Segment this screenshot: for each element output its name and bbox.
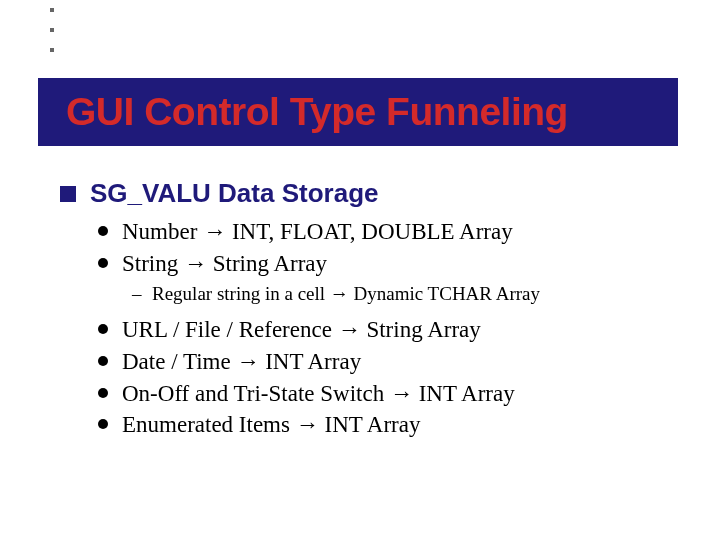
bullet-item: Enumerated Items → INT Array [60,410,680,440]
bullet-item: Date / Time → INT Array [60,347,680,377]
bullet-right: INT Array [265,349,361,374]
slide-title: GUI Control Type Funneling [66,90,568,134]
bullet-left: Enumerated Items [122,412,290,437]
bullet-right: INT Array [419,381,515,406]
arrow-icon: → [184,250,207,276]
section-heading: SG_VALU Data Storage [60,178,680,209]
bullet-left: String [122,251,178,276]
bullet-item: URL / File / Reference → String Array [60,315,680,345]
arrow-icon: → [330,283,349,304]
bullet-left: Number [122,219,197,244]
bullet-right: String Array [213,251,327,276]
slide: GUI Control Type Funneling SG_VALU Data … [0,0,720,540]
bullet-right: String Array [366,317,480,342]
bullet-left: Date / Time [122,349,231,374]
bullet-item: On-Off and Tri-State Switch → INT Array [60,379,680,409]
sub-bullet-left: Regular string in a cell [152,283,325,304]
title-bar: GUI Control Type Funneling [38,78,678,146]
sub-bullet-right: Dynamic TCHAR Array [354,283,540,304]
arrow-icon: → [236,348,259,374]
arrow-icon: → [338,316,361,342]
bullet-left: URL / File / Reference [122,317,332,342]
arrow-icon: → [296,411,319,437]
arrow-icon: → [390,380,413,406]
slide-content: SG_VALU Data Storage Number → INT, FLOAT… [60,178,680,442]
bullet-item: Number → INT, FLOAT, DOUBLE Array [60,217,680,247]
decorative-dots [50,8,54,68]
bullet-right: INT, FLOAT, DOUBLE Array [232,219,513,244]
sub-bullet-item: Regular string in a cell → Dynamic TCHAR… [60,283,680,305]
bullet-right: INT Array [324,412,420,437]
bullet-left: On-Off and Tri-State Switch [122,381,384,406]
arrow-icon: → [203,218,226,244]
bullet-item: String → String Array [60,249,680,279]
